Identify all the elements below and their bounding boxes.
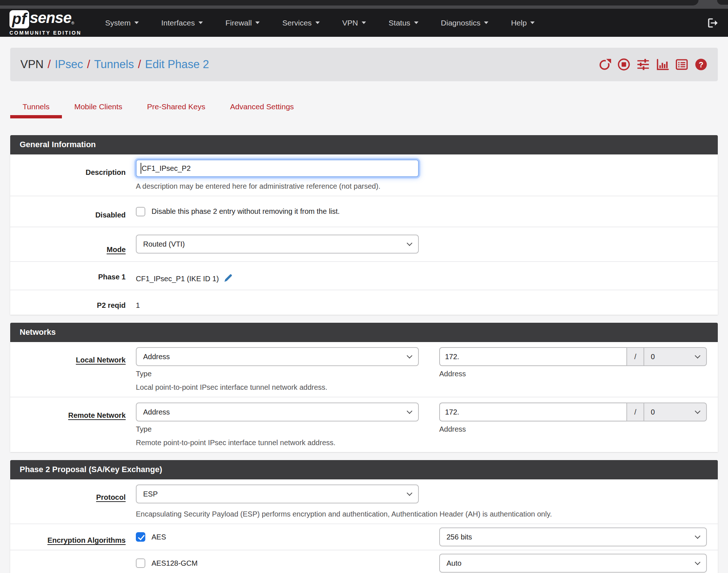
sliders-icon[interactable]	[637, 58, 650, 71]
aes128gcm-keylen-select[interactable]: Auto	[439, 554, 707, 573]
menu-vpn-label: VPN	[342, 19, 358, 27]
row-p2-reqid: P2 reqid 1	[10, 290, 718, 315]
chevron-down-icon	[255, 21, 260, 24]
breadcrumb-link-ipsec[interactable]: IPsec	[55, 58, 83, 71]
description-input-wrap	[136, 160, 419, 177]
row-p2-reqid-content: 1	[136, 295, 711, 310]
disabled-checkbox[interactable]	[136, 207, 145, 216]
logo-registered-mark: ®	[71, 21, 74, 25]
pfsense-logo[interactable]: pf sense ® COMMUNITY EDITION	[9, 10, 82, 36]
chevron-down-icon	[407, 408, 413, 414]
menu-system[interactable]: System	[94, 19, 150, 27]
mode-select-value: Routed (VTI)	[143, 240, 185, 248]
menu-system-label: System	[105, 19, 131, 27]
encryption-aes128gcm-left: AES128-GCM	[136, 558, 439, 568]
mode-label: Mode	[10, 235, 136, 254]
refresh-icon[interactable]	[598, 58, 611, 71]
disabled-checkbox-label: Disable this phase 2 entry without remov…	[151, 207, 340, 216]
svg-text:?: ?	[699, 60, 703, 69]
row-phase1: Phase 1 CF1_IPsec_P1 (IKE ID 1)	[10, 262, 718, 290]
aes-keylen-value: 256 bits	[446, 533, 472, 541]
remote-network-mask-select[interactable]: 0	[644, 403, 707, 421]
encryption-algorithms-label: Encryption Algorithms	[10, 527, 136, 546]
chevron-down-icon	[315, 21, 320, 24]
local-network-address-group: / 0	[439, 347, 707, 366]
remote-network-mask-separator: /	[626, 403, 644, 421]
row-disabled: Disabled Disable this phase 2 entry with…	[10, 196, 718, 227]
description-label: Description	[10, 160, 136, 191]
remote-network-address-col: / 0 Address	[439, 403, 707, 433]
local-network-mask-value: 0	[651, 353, 655, 361]
pencil-icon[interactable]	[223, 273, 233, 284]
chevron-down-icon	[198, 21, 203, 24]
aes128gcm-keylen-value: Auto	[446, 559, 461, 568]
panel-general-information-title: General Information	[10, 135, 718, 154]
remote-network-type-select[interactable]: Address	[136, 403, 419, 421]
menu-interfaces[interactable]: Interfaces	[150, 19, 214, 27]
breadcrumb: VPN / IPsec / Tunnels / Edit Phase 2	[20, 58, 209, 71]
chevron-down-icon	[414, 21, 418, 24]
mode-select[interactable]: Routed (VTI)	[136, 235, 419, 254]
tab-tunnels[interactable]: Tunnels	[10, 102, 62, 118]
chevron-down-icon	[362, 21, 366, 24]
menu-vpn[interactable]: VPN	[331, 19, 377, 27]
row-mode: Mode Routed (VTI)	[10, 227, 718, 262]
remote-network-address-caption: Address	[439, 425, 707, 433]
tab-mobile-clients[interactable]: Mobile Clients	[62, 102, 135, 118]
panel-general-information-body: Description A description may be entered…	[10, 154, 718, 315]
chevron-down-icon	[530, 21, 535, 24]
log-icon[interactable]	[675, 58, 688, 71]
row-encryption-aes128gcm: AES128-GCM Auto	[10, 550, 718, 573]
row-remote-network: Remote Network Address Type	[10, 397, 718, 452]
breadcrumb-link-edit-phase-2[interactable]: Edit Phase 2	[145, 58, 209, 71]
local-network-type-value: Address	[143, 353, 170, 361]
remote-network-mask-value: 0	[651, 408, 655, 416]
tab-advanced-settings[interactable]: Advanced Settings	[218, 102, 306, 118]
breadcrumb-separator: /	[48, 58, 51, 71]
tab-mobile-clients-label: Mobile Clients	[74, 102, 122, 111]
sign-out-icon[interactable]	[707, 17, 719, 29]
local-network-address-input[interactable]	[439, 347, 626, 366]
row-protocol-content: ESP Encapsulating Security Payload (ESP)…	[136, 484, 711, 518]
page-content: VPN / IPsec / Tunnels / Edit Phase 2	[0, 37, 728, 573]
panel-phase2-proposal-title: Phase 2 Proposal (SA/Key Exchange)	[10, 460, 718, 479]
local-network-help-text: Local point-to-point IPsec interface tun…	[136, 383, 707, 392]
remote-network-address-input[interactable]	[439, 403, 626, 421]
remote-network-label: Remote Network	[10, 403, 136, 447]
chevron-down-icon	[407, 490, 413, 496]
remote-network-type-value: Address	[143, 408, 170, 416]
browser-chrome-strip	[0, 0, 728, 9]
stop-icon[interactable]	[617, 58, 630, 71]
menu-firewall[interactable]: Firewall	[214, 19, 271, 27]
menu-services[interactable]: Services	[271, 19, 331, 27]
local-network-mask-select[interactable]: 0	[644, 347, 707, 366]
menu-diagnostics[interactable]: Diagnostics	[430, 19, 500, 27]
menu-interfaces-label: Interfaces	[161, 19, 195, 27]
aes128gcm-checkbox[interactable]	[136, 558, 145, 568]
menu-status[interactable]: Status	[377, 19, 430, 27]
protocol-select[interactable]: ESP	[136, 484, 419, 503]
navbar-menu: System Interfaces Firewall Services VPN …	[94, 19, 546, 27]
row-description: Description A description may be entered…	[10, 154, 718, 196]
tab-pre-shared-keys-label: Pre-Shared Keys	[147, 102, 205, 111]
breadcrumb-link-tunnels[interactable]: Tunnels	[94, 58, 134, 71]
breadcrumb-bar: VPN / IPsec / Tunnels / Edit Phase 2	[10, 48, 718, 81]
chevron-down-icon	[407, 353, 413, 358]
chart-bar-icon[interactable]	[656, 58, 669, 71]
menu-help[interactable]: Help	[500, 19, 546, 27]
chevron-down-icon	[407, 240, 413, 246]
local-network-type-caption: Type	[136, 370, 419, 378]
breadcrumb-root: VPN	[20, 58, 44, 71]
help-icon[interactable]: ?	[694, 58, 708, 71]
row-protocol: Protocol ESP Encapsulating Security Payl…	[10, 479, 718, 524]
remote-network-type-col: Address Type	[136, 403, 419, 433]
local-network-type-select[interactable]: Address	[136, 347, 419, 366]
aes-checkbox[interactable]	[136, 532, 145, 542]
menu-status-label: Status	[389, 19, 410, 27]
row-description-content: A description may be entered here for ad…	[136, 160, 711, 191]
disabled-label: Disabled	[10, 204, 136, 219]
aes-keylen-select[interactable]: 256 bits	[439, 527, 707, 546]
tab-pre-shared-keys[interactable]: Pre-Shared Keys	[135, 102, 218, 118]
row-local-network: Local Network Address Type	[10, 342, 718, 397]
description-input[interactable]	[136, 160, 419, 177]
